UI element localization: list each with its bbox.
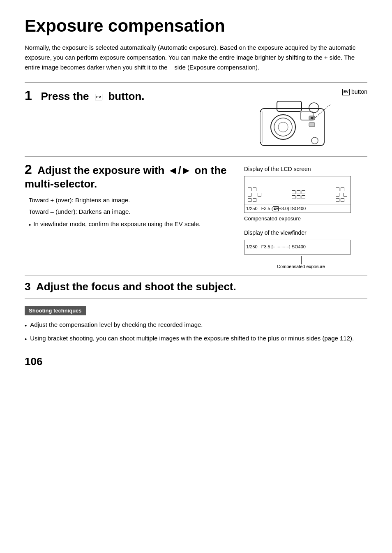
svg-point-4	[278, 122, 288, 132]
step2-bullet-text: In viewfinder mode, confirm the exposure…	[33, 219, 201, 230]
step1-section: 1 Press the EV button. EV button	[25, 82, 367, 156]
lcd-icons-left	[248, 187, 261, 202]
lcd-center	[292, 190, 305, 199]
step3-number: 3	[25, 280, 30, 293]
lcd-box	[253, 198, 256, 202]
lcd-box	[302, 190, 305, 194]
techniques-list: • Adjust the compensation level by check…	[25, 320, 367, 344]
step2-line2: Toward – (under): Darkens an image.	[29, 207, 236, 217]
lcd-box	[302, 195, 305, 199]
lcd-box	[344, 193, 347, 197]
svg-point-2	[271, 115, 295, 139]
lcd-box	[258, 193, 261, 197]
technique-item-1: • Adjust the compensation level by check…	[25, 320, 367, 331]
lcd-box	[248, 198, 251, 202]
viewfinder-wrapper: 1/250 F3.5 [·············] SO400 Compens…	[244, 240, 351, 268]
lcd-box	[292, 195, 295, 199]
lcd-section: Display of the LCD screen	[244, 165, 367, 268]
lcd-box	[336, 187, 339, 191]
step2-heading: 2 Adjust the exposure with ◄/► on the mu…	[25, 162, 236, 190]
lcd-bottom-text: 1/250 F3.5 (EV+3.0) ISO400	[246, 205, 306, 212]
step2-line1: Toward + (over): Brightens an image.	[29, 195, 236, 205]
bullet-2: •	[25, 335, 27, 344]
viewfinder-display: 1/250 F3.5 [·············] SO400	[244, 240, 351, 255]
ev-icon-button-label: EV	[342, 89, 350, 95]
step1-left: 1 Press the EV button.	[25, 88, 236, 108]
lcd-label: Display of the LCD screen	[244, 165, 367, 174]
bullet-1: •	[25, 321, 27, 331]
intro-text: Normally, the exposure is selected autom…	[25, 43, 362, 72]
compensated-label1: Compensated exposure	[244, 215, 367, 223]
lcd-display: 1/250 F3.5 (EV+3.0) ISO400	[244, 176, 351, 213]
step1-heading: 1 Press the EV button.	[25, 88, 236, 103]
step2-number: 2	[25, 162, 32, 177]
step2-left: 2 Adjust the exposure with ◄/► on the mu…	[25, 162, 236, 230]
button-label: EV button	[244, 88, 367, 96]
lcd-box	[253, 187, 256, 191]
svg-point-5	[309, 103, 319, 113]
lcd-box	[341, 198, 344, 202]
lcd-icons-right	[336, 187, 347, 202]
svg-point-13	[311, 137, 318, 144]
lcd-bottom-bar: 1/250 F3.5 (EV+3.0) ISO400	[244, 204, 350, 213]
step3-section: 3 Adjust the focus and shoot the subject…	[25, 275, 367, 298]
svg-rect-7	[309, 123, 315, 127]
viewfinder-label: Display of the viewfinder	[244, 229, 367, 237]
step2-right: Display of the LCD screen	[244, 162, 367, 268]
svg-rect-1	[277, 101, 302, 111]
page-title: Exposure compensation	[25, 16, 367, 35]
step3-heading: 3 Adjust the focus and shoot the subject…	[25, 280, 367, 293]
bullet-dot: •	[29, 220, 31, 230]
vf-compensated-label: Compensated exposure	[277, 264, 325, 268]
step2-heading-text: Adjust the exposure with ◄/► on the mult…	[25, 164, 227, 190]
camera-diagram	[244, 96, 334, 150]
techniques-section: Shooting techniques • Adjust the compens…	[25, 306, 367, 344]
svg-point-9	[311, 117, 313, 119]
svg-point-3	[274, 118, 292, 136]
vf-pointer-svg: Compensated exposure	[244, 256, 351, 268]
page-number: 106	[25, 354, 367, 370]
lcd-box	[292, 190, 295, 194]
viewfinder-bar: 1/250 F3.5 [·············] SO400	[244, 240, 350, 254]
technique-text-2: Using bracket shooting, you can shoot mu…	[30, 334, 354, 344]
lcd-box	[336, 198, 339, 202]
technique-item-2: • Using bracket shooting, you can shoot …	[25, 334, 367, 344]
step1-heading-suffix: button.	[108, 90, 144, 102]
step1-heading-text: Press the	[41, 90, 89, 102]
lcd-box	[248, 193, 251, 197]
lcd-box	[336, 193, 339, 197]
lcd-box	[341, 187, 344, 191]
step3-heading-text: Adjust the focus and shoot the subject.	[36, 280, 236, 293]
techniques-badge: Shooting techniques	[25, 306, 86, 316]
step2-bullet: • In viewfinder mode, confirm the exposu…	[29, 219, 236, 230]
vf-text: 1/250 F3.5 [·············] SO400	[246, 243, 306, 250]
step1-number: 1	[25, 88, 32, 103]
button-label-text: button	[351, 88, 367, 96]
ev-icon-lcd: EV	[273, 206, 279, 211]
camera-svg	[248, 96, 334, 150]
step1-right: EV button	[244, 88, 367, 150]
lcd-box	[248, 187, 251, 191]
lcd-box	[297, 190, 300, 194]
technique-text-1: Adjust the compensation level by checkin…	[30, 320, 203, 331]
ev-icon-step1: EV	[95, 94, 102, 100]
step2-body: Toward + (over): Brightens an image. Tow…	[25, 195, 236, 230]
step2-section: 2 Adjust the exposure with ◄/► on the mu…	[25, 156, 367, 275]
lcd-box	[297, 195, 300, 199]
